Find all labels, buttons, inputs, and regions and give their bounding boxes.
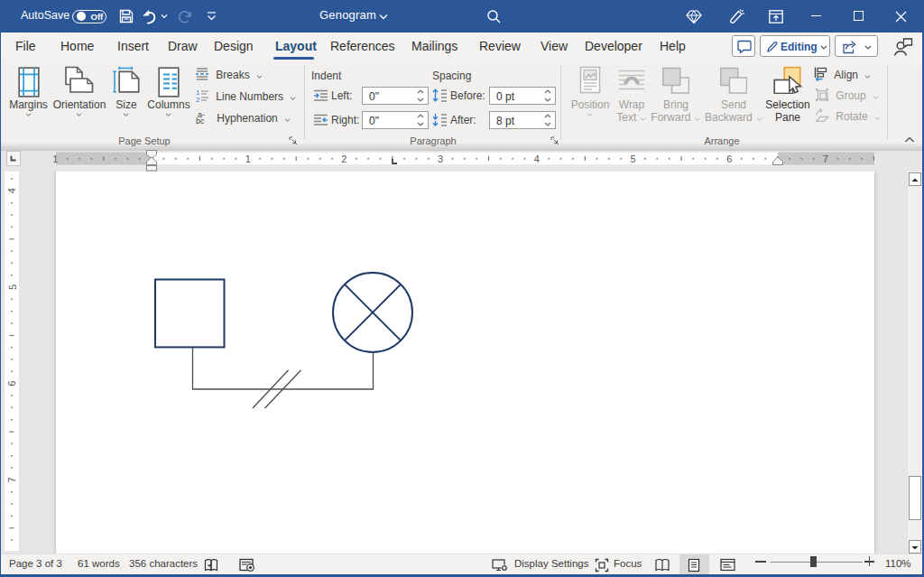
svg-text:3: 3 (438, 154, 443, 164)
svg-text:1: 1 (245, 154, 251, 164)
svg-text:bc: bc (196, 116, 205, 125)
svg-text:6: 6 (726, 154, 732, 164)
svg-text:4: 4 (534, 154, 540, 164)
svg-text:2: 2 (341, 154, 346, 164)
svg-text:2: 2 (196, 96, 200, 103)
svg-text:1: 1 (52, 154, 58, 164)
svg-text:5: 5 (630, 154, 635, 164)
svg-text:7: 7 (823, 154, 828, 164)
